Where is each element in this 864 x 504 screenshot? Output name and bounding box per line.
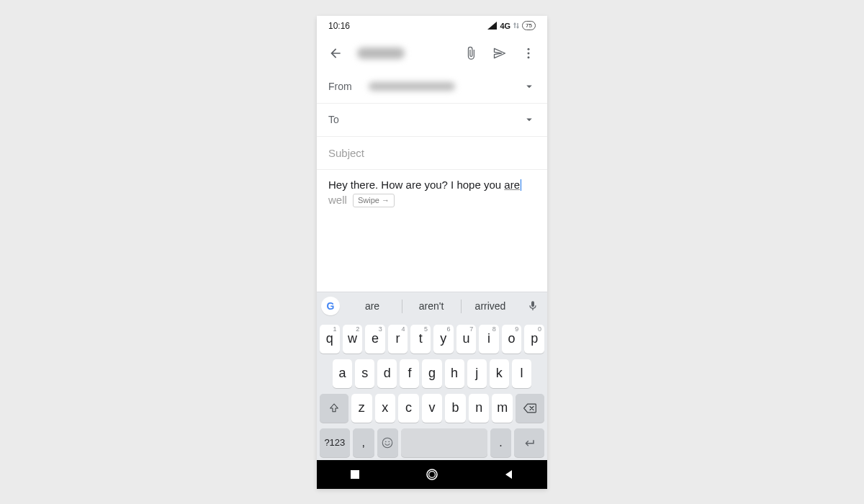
key-t[interactable]: t5 [410, 325, 431, 354]
data-arrows-icon [513, 22, 519, 30]
signal-icon [487, 22, 497, 30]
key-u[interactable]: u7 [456, 325, 477, 354]
enter-key[interactable] [514, 428, 544, 457]
key-y[interactable]: y6 [433, 325, 454, 354]
svg-point-1 [528, 52, 530, 54]
svg-point-5 [389, 441, 390, 442]
compose-action-bar [317, 36, 547, 71]
key-e[interactable]: e3 [365, 325, 385, 354]
period-key[interactable]: . [490, 428, 512, 457]
back-button[interactable] [323, 40, 348, 66]
key-g[interactable]: g [422, 359, 441, 388]
key-h[interactable]: h [445, 359, 464, 388]
chevron-down-icon [523, 113, 536, 126]
voice-input-button[interactable] [523, 300, 543, 312]
phone-frame: 10:16 4G 75 From [317, 16, 547, 489]
enter-icon [523, 436, 536, 449]
shift-icon [328, 402, 340, 414]
emoji-key[interactable] [377, 428, 399, 457]
symbols-key[interactable]: ?123 [320, 428, 350, 457]
network-label: 4G [500, 22, 510, 30]
google-logo-button[interactable]: G [321, 297, 340, 315]
triangle-left-icon [504, 469, 514, 480]
suggestion-3[interactable]: arrived [461, 292, 520, 320]
key-c[interactable]: c [398, 394, 419, 423]
mic-icon [527, 300, 539, 312]
send-icon [492, 46, 507, 60]
status-time: 10:16 [328, 21, 350, 31]
keyboard-suggestion-bar: G are aren't arrived [317, 292, 547, 320]
android-nav-bar [317, 460, 547, 489]
send-button[interactable] [487, 40, 513, 66]
key-q[interactable]: q1 [320, 325, 340, 354]
backspace-icon [523, 402, 537, 414]
key-a[interactable]: a [333, 359, 352, 388]
email-body-input[interactable]: Hey there. How are you? I hope you are w… [317, 170, 547, 292]
key-j[interactable]: j [467, 359, 487, 388]
paperclip-icon [464, 46, 478, 60]
shift-key[interactable] [320, 394, 348, 423]
svg-point-4 [385, 441, 387, 442]
to-field[interactable]: To [317, 104, 547, 137]
to-label: To [328, 114, 357, 125]
emoji-icon [381, 436, 394, 449]
svg-point-0 [528, 48, 530, 50]
chevron-down-icon [523, 80, 536, 93]
from-field[interactable]: From [317, 71, 547, 104]
key-z[interactable]: z [351, 394, 372, 423]
body-text: Hey there. How are you? I hope you are [328, 179, 520, 191]
key-k[interactable]: k [490, 359, 509, 388]
key-v[interactable]: v [422, 394, 443, 423]
key-b[interactable]: b [445, 394, 466, 423]
key-w[interactable]: w2 [343, 325, 363, 354]
key-d[interactable]: d [377, 359, 397, 388]
key-n[interactable]: n [469, 394, 490, 423]
key-p[interactable]: p0 [524, 325, 544, 354]
status-bar: 10:16 4G 75 [317, 16, 547, 36]
key-l[interactable]: l [512, 359, 531, 388]
subject-field[interactable]: Subject [317, 137, 547, 170]
key-f[interactable]: f [400, 359, 419, 388]
key-r[interactable]: r4 [388, 325, 408, 354]
from-label: From [328, 81, 357, 92]
text-cursor [521, 179, 521, 191]
from-expand[interactable] [523, 80, 536, 93]
soft-keyboard: q1w2e3r4t5y6u7i8o9p0 asdfghjkl zxcvbnm ?… [317, 320, 547, 460]
attach-button[interactable] [458, 40, 484, 66]
suggestion-2[interactable]: aren't [402, 292, 461, 320]
circle-icon [426, 468, 438, 481]
backspace-key[interactable] [516, 394, 544, 423]
comma-key[interactable]: , [353, 428, 374, 457]
nav-back-button[interactable] [495, 469, 523, 480]
key-i[interactable]: i8 [479, 325, 499, 354]
overflow-button[interactable] [516, 40, 541, 66]
square-icon [350, 469, 360, 480]
more-vert-icon [521, 46, 536, 60]
compose-recipient-obscured [357, 48, 405, 59]
space-key[interactable] [401, 428, 487, 457]
svg-point-3 [383, 438, 393, 448]
nav-recent-button[interactable] [341, 469, 369, 480]
key-s[interactable]: s [355, 359, 374, 388]
key-x[interactable]: x [375, 394, 396, 423]
to-expand[interactable] [523, 113, 536, 126]
svg-point-8 [429, 471, 436, 477]
prediction-text: well [328, 194, 347, 206]
key-o[interactable]: o9 [502, 325, 522, 354]
battery-indicator: 75 [522, 21, 536, 30]
from-value-obscured [369, 82, 455, 91]
swipe-chip[interactable]: Swipe → [353, 194, 395, 207]
key-m[interactable]: m [492, 394, 513, 423]
svg-point-2 [528, 56, 530, 58]
nav-home-button[interactable] [418, 468, 446, 481]
svg-rect-6 [351, 470, 359, 479]
arrow-left-icon [328, 46, 343, 60]
suggestion-1[interactable]: are [343, 292, 402, 320]
subject-placeholder: Subject [328, 147, 364, 159]
